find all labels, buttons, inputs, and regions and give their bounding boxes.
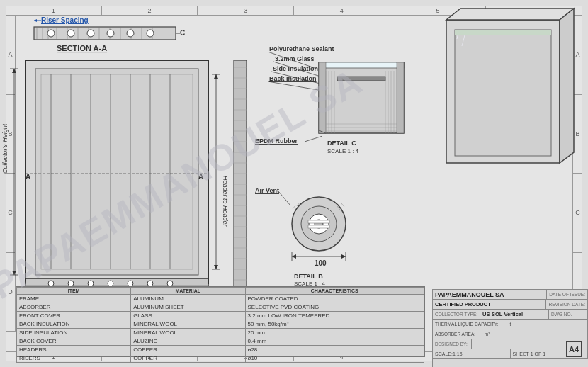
col-4: 4 — [294, 6, 390, 15]
specs-table-container: ITEM MATERIAL CHARACTERISTICS FRAME ALUM… — [16, 286, 425, 357]
table-row: HEADERS COPPER ø28 — [17, 346, 424, 354]
designed-by-label: DESIGNED BY: — [433, 339, 472, 349]
material-back-ins: MINERAL WOOL — [131, 320, 245, 329]
col-header-material: MATERIAL — [131, 288, 245, 295]
item-headers: HEADERS — [17, 346, 131, 354]
company-cell: PAPAEMMANOUEL SA — [433, 290, 547, 299]
date-issue-label: DATE OF ISSUE: — [547, 290, 588, 299]
material-risers: COPPER — [131, 354, 245, 363]
title-row-type: COLLECTOR TYPE: US-SOL Vertical DWG NO. — [433, 310, 588, 320]
scale-value: SCALE:1:16 — [433, 349, 511, 358]
material-absorber: ALUMINUM SHEET — [131, 303, 245, 312]
col-header-characteristics: CHARACTERISTICS — [245, 288, 424, 295]
table-row: ABSORBER ALUMINUM SHEET SELECTIVE PVD CO… — [17, 303, 424, 312]
char-back-cover: 0.4 mm — [245, 337, 424, 346]
material-frame: ALUMINUM — [131, 295, 245, 303]
char-side-ins: 20 mm — [245, 329, 424, 337]
collector-type-value: US-SOL Vertical — [480, 310, 549, 319]
col-5: 5 — [390, 6, 487, 15]
dwg-no-label: DWG NO. — [549, 310, 588, 319]
table-row: SIDE INSULATION MINERAL WOOL 20 mm — [17, 329, 424, 337]
specs-table: ITEM MATERIAL CHARACTERISTICS FRAME ALUM… — [16, 287, 424, 363]
drawing-area: PAPAEMMANOUEL SA 1 2 3 4 5 6 A B C D A B… — [0, 0, 588, 367]
char-risers: ø10 — [245, 354, 424, 363]
title-row-absorber: ABSORBER AREA: ___m² — [433, 329, 588, 339]
title-row-thermal: THERMAL LIQUID CAPACITY: ___ lt — [433, 320, 588, 329]
char-front-cover: 3.2 mm LOW IRON TEMPERED — [245, 312, 424, 320]
sheet-size-indicator: A4 — [566, 341, 582, 357]
table-row: FRAME ALUMINUM POWDER COATED — [17, 295, 424, 303]
title-block: PAPAEMMANOUEL SA DATE OF ISSUE: CERTIFIE… — [432, 289, 588, 367]
material-back-cover: ALUZINC — [131, 337, 245, 346]
item-front-cover: FRONT COVER — [17, 312, 131, 320]
item-back-ins: BACK INSULATION — [17, 320, 131, 329]
certified-label: CERTIFIED PRODUCT — [433, 300, 546, 309]
item-side-ins: SIDE INSULATION — [17, 329, 131, 337]
row-b-left: B — [6, 95, 15, 174]
char-frame: POWDER COATED — [245, 295, 424, 303]
table-row: BACK COVER ALUZINC 0.4 mm — [17, 337, 424, 346]
main-container: PAPAEMMANOUEL SA 1 2 3 4 5 6 A B C D A B… — [0, 0, 588, 367]
title-row-company: PAPAEMMANOUEL SA DATE OF ISSUE: — [433, 290, 588, 300]
table-row: FRONT COVER GLASS 3.2 mm LOW IRON TEMPER… — [17, 312, 424, 320]
item-risers: RISERS — [17, 354, 131, 363]
title-row-certified: CERTIFIED PRODUCT REVISION DATE: — [433, 300, 588, 310]
col-markers-top: 1 2 3 4 5 6 — [6, 6, 582, 16]
item-frame: FRAME — [17, 295, 131, 303]
row-c-right: C — [573, 174, 582, 253]
col-header-item: ITEM — [17, 288, 131, 295]
col-3: 3 — [198, 6, 294, 15]
revision-date-label: REVISION DATE: — [546, 300, 588, 309]
collector-type-label: COLLECTOR TYPE: — [433, 310, 480, 319]
row-a-left: A — [6, 16, 15, 95]
title-row-scale: SCALE:1:16 SHEET 1 OF 1 — [433, 349, 588, 359]
company-name: PAPAEMMANOUEL SA — [435, 291, 504, 298]
material-front-cover: GLASS — [131, 312, 245, 320]
col-6: 6 — [486, 6, 582, 15]
table-row: BACK INSULATION MINERAL WOOL 50 mm, 50kg… — [17, 320, 424, 329]
char-headers: ø28 — [245, 346, 424, 354]
material-headers: COPPER — [131, 346, 245, 354]
item-back-cover: BACK COVER — [17, 337, 131, 346]
row-markers-right: A B C D — [572, 16, 582, 332]
table-row: RISERS COPPER ø10 — [17, 354, 424, 363]
item-absorber: ABSORBER — [17, 303, 131, 312]
row-c-left: C — [6, 174, 15, 253]
material-side-ins: MINERAL WOOL — [131, 329, 245, 337]
char-back-ins: 50 mm, 50kg/m³ — [245, 320, 424, 329]
char-absorber: SELECTIVE PVD COATING — [245, 303, 424, 312]
title-row-designer: DESIGNED BY: — [433, 339, 588, 349]
col-1: 1 — [6, 6, 102, 15]
row-d-left: D — [6, 253, 15, 332]
row-markers-left: A B C D — [6, 16, 16, 332]
row-b-right: B — [573, 95, 582, 174]
absorber-area: ABSORBER AREA: ___m² — [433, 329, 588, 339]
thermal-capacity: THERMAL LIQUID CAPACITY: ___ lt — [433, 320, 588, 329]
row-a-right: A — [573, 16, 582, 95]
col-2: 2 — [102, 6, 198, 15]
